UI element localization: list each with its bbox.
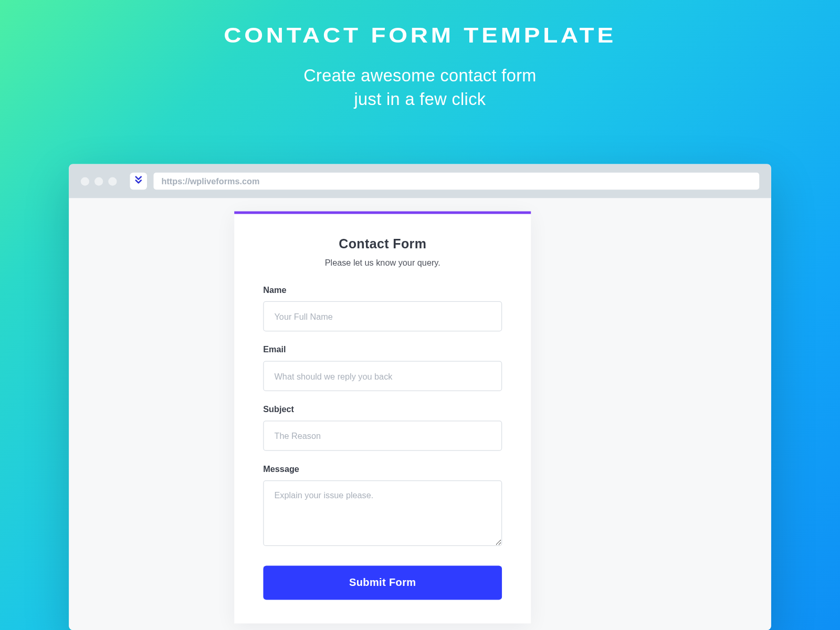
input-subject[interactable] <box>263 421 502 451</box>
label-email: Email <box>263 344 502 354</box>
window-minimize-icon[interactable] <box>94 177 103 185</box>
address-bar[interactable] <box>154 173 760 190</box>
window-close-icon[interactable] <box>81 177 89 185</box>
input-name[interactable] <box>263 301 502 332</box>
submit-button[interactable]: Submit Form <box>263 566 502 600</box>
field-message: Message <box>263 464 502 549</box>
label-message: Message <box>263 464 502 474</box>
form-title: Contact Form <box>263 236 502 251</box>
browser-window: Contact Form Please let us know your que… <box>69 164 771 631</box>
field-email: Email <box>263 344 502 391</box>
hero-subtitle: Create awesome contact form just in a fe… <box>0 64 840 111</box>
browser-titlebar <box>69 164 771 198</box>
label-subject: Subject <box>263 404 502 414</box>
page-stage: CONTACT FORM TEMPLATE Create awesome con… <box>0 0 840 630</box>
chevrons-down-icon <box>133 175 144 188</box>
browser-viewport: Contact Form Please let us know your que… <box>69 198 771 631</box>
input-email[interactable] <box>263 361 502 392</box>
window-maximize-icon[interactable] <box>108 177 117 185</box>
hero-title: CONTACT FORM TEMPLATE <box>0 24 840 48</box>
field-name: Name <box>263 285 502 332</box>
input-message[interactable] <box>263 480 502 546</box>
hero-subtitle-line1: Create awesome contact form <box>303 66 537 86</box>
form-subtitle: Please let us know your query. <box>263 258 502 268</box>
contact-form-card: Contact Form Please let us know your que… <box>234 212 531 624</box>
hero: CONTACT FORM TEMPLATE Create awesome con… <box>0 0 840 111</box>
field-subject: Subject <box>263 404 502 451</box>
site-favicon <box>130 173 148 190</box>
hero-subtitle-line2: just in a few click <box>354 89 486 109</box>
window-controls <box>81 177 117 185</box>
label-name: Name <box>263 285 502 295</box>
